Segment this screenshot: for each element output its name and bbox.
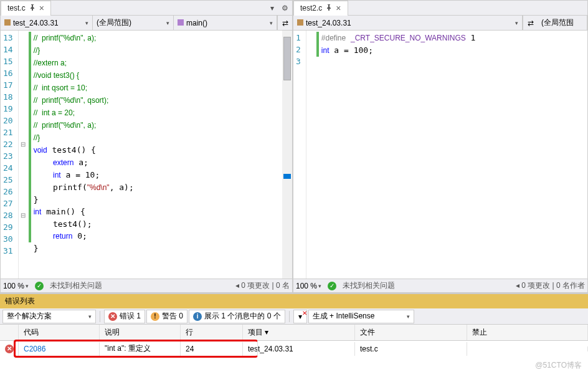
tab-test-c[interactable]: test.c × [1, 1, 51, 16]
col-proj-header[interactable]: 项目 ▾ [243, 325, 355, 340]
nav-file-dropdown[interactable]: test_24.03.31 ▾ [1, 16, 93, 30]
changes-text: ◂ 0 项更改 | 0 名 [235, 280, 290, 291]
chevron-down-icon: ▾ [318, 283, 321, 289]
error-icon: ✕ [5, 345, 14, 353]
zoom-dropdown[interactable]: 100 %▾ [3, 282, 29, 290]
messages-toggle[interactable]: i 展示 1 个消息中的 0 个 [189, 310, 285, 323]
nav-bar-left: test_24.03.31 ▾ (全局范围) ▾ main() ▾ ⇄ [1, 16, 292, 31]
col-code-header[interactable]: 代码 [19, 325, 100, 340]
error-row[interactable]: ✕ C2086 "int a": 重定义 24 test_24.03.31 te… [0, 341, 588, 356]
info-icon: i [193, 312, 202, 321]
fold-column[interactable] [306, 31, 315, 279]
clear-filter-icon: ▾✕ [298, 312, 302, 321]
chevron-down-icon: ▾ [26, 283, 29, 289]
tab-label: test2.c [300, 4, 322, 12]
close-icon[interactable]: × [39, 5, 44, 11]
pin-icon[interactable] [29, 4, 36, 12]
build-filter-dropdown[interactable]: 生成 + IntelliSense ▾ [308, 310, 414, 323]
project-icon [4, 19, 11, 27]
chevron-down-icon: ▾ [166, 20, 169, 26]
chevron-down-icon: ▾ [85, 20, 88, 26]
status-bar-right: 100 %▾ ✓ 未找到相关问题 ◂ 0 项更改 | 0 名作者 [293, 279, 587, 292]
error-line: 24 [181, 342, 243, 356]
code-editor-left[interactable]: 13141516171819202122232425262728293031 ⊟… [1, 31, 292, 279]
error-table-header: 代码 说明 行 项目 ▾ 文件 禁止 [0, 325, 588, 341]
chevron-down-icon: ▾ [270, 20, 273, 26]
code-editor-right[interactable]: 123 #define _CRT_SECURE_NO_WARNINGS 1int… [293, 31, 587, 279]
status-bar-left: 100 %▾ ✓ 未找到相关问题 ◂ 0 项更改 | 0 名 [1, 279, 292, 292]
tab-test2-c[interactable]: test2.c × [293, 1, 348, 16]
error-code[interactable]: C2086 [19, 342, 100, 356]
tab-bar-left: test.c × ▾ ⚙ [1, 1, 292, 16]
fold-column[interactable]: ⊟⊟ [19, 31, 27, 279]
tab-label: test.c [7, 4, 26, 12]
svg-rect-1 [178, 19, 184, 26]
col-forbid-header[interactable]: 禁止 [467, 325, 588, 340]
vertical-scrollbar[interactable] [282, 31, 292, 279]
editor-pane-left: test.c × ▾ ⚙ test_24.03.31 ▾ (全局范围) ▾ ma… [0, 0, 293, 293]
svg-rect-0 [4, 19, 11, 26]
chevron-down-icon: ▾ [407, 313, 410, 320]
pin-icon[interactable] [326, 4, 332, 12]
solution-filter-dropdown[interactable]: 整个解决方案 ▾ [2, 310, 96, 323]
chevron-down-icon: ▾ [515, 20, 518, 26]
scroll-marker [283, 174, 291, 179]
error-icon: ✕ [108, 312, 117, 321]
nav-scope-dropdown[interactable]: (全局范围 [538, 16, 587, 30]
nav-scope-label: (全局范围 [541, 17, 574, 28]
clear-filter-button[interactable]: ▾✕ [293, 310, 307, 323]
nav-function-dropdown[interactable]: main() ▾ [174, 16, 277, 30]
error-table: 代码 说明 行 项目 ▾ 文件 禁止 ✕ C2086 "int a": 重定义 … [0, 325, 588, 372]
warning-icon: ! [151, 312, 159, 321]
project-icon [297, 19, 303, 27]
line-number-gutter: 13141516171819202122232425262728293031 [1, 31, 19, 279]
code-area[interactable]: #define _CRT_SECURE_NO_WARNINGS 1int a =… [315, 31, 587, 279]
nav-function-label: main() [186, 19, 207, 27]
line-number-gutter: 123 [293, 31, 306, 279]
error-desc: "int a": 重定义 [100, 341, 181, 356]
error-file: test.c [355, 342, 467, 356]
nav-file-dropdown[interactable]: test_24.03.31 ▾ [293, 16, 523, 30]
nav-file-label: test_24.03.31 [306, 19, 351, 27]
error-project: test_24.03.31 [243, 342, 355, 356]
chevron-down-icon: ▾ [88, 313, 92, 320]
editor-pane-right: test2.c × test_24.03.31 ▾ ⇄ (全局范围 123 #d… [293, 0, 588, 293]
error-list-title: 错误列表 [0, 294, 588, 308]
nav-scope-dropdown[interactable]: (全局范围) ▾ [93, 16, 174, 30]
close-icon[interactable]: × [336, 5, 341, 11]
gear-icon[interactable]: ⚙ [282, 4, 288, 12]
status-text: 未找到相关问题 [343, 280, 395, 291]
col-line-header[interactable]: 行 [181, 325, 243, 340]
code-area[interactable]: // printf("%d\n", a);//}//extern a;//voi… [27, 31, 292, 279]
row-icon: ✕ [0, 341, 19, 356]
errors-toggle[interactable]: ✕ 错误 1 [104, 310, 145, 323]
ok-check-icon: ✓ [328, 282, 336, 290]
error-toolbar: 整个解决方案 ▾ ✕ 错误 1 ! 警告 0 i 展示 1 个消息中的 0 个 … [0, 308, 588, 325]
warnings-toggle[interactable]: ! 警告 0 [146, 310, 187, 323]
zoom-dropdown[interactable]: 100 %▾ [296, 282, 321, 290]
col-file-header[interactable]: 文件 [355, 325, 467, 340]
ok-check-icon: ✓ [35, 282, 44, 290]
nav-file-label: test_24.03.31 [13, 19, 59, 27]
dropdown-arrow-icon[interactable]: ▾ [270, 4, 274, 12]
error-list-panel: 错误列表 整个解决方案 ▾ ✕ 错误 1 ! 警告 0 i 展示 1 个消息中的… [0, 293, 588, 372]
col-desc-header[interactable]: 说明 [100, 325, 181, 340]
nav-bar-right: test_24.03.31 ▾ ⇄ (全局范围 [293, 16, 587, 31]
scrollbar-thumb[interactable] [283, 37, 291, 80]
tab-bar-right: test2.c × [293, 1, 587, 16]
swap-icon[interactable]: ⇄ [277, 16, 292, 30]
error-forbid [467, 346, 588, 351]
swap-icon[interactable]: ⇄ [523, 16, 538, 30]
function-icon [178, 19, 184, 27]
nav-scope-label: (全局范围) [97, 17, 131, 28]
svg-rect-2 [297, 19, 303, 26]
changes-text: ◂ 0 项更改 | 0 名作者 [516, 280, 585, 291]
col-icon[interactable] [0, 325, 19, 340]
watermark: @51CTO博客 [535, 360, 582, 371]
status-text: 未找到相关问题 [50, 280, 102, 291]
